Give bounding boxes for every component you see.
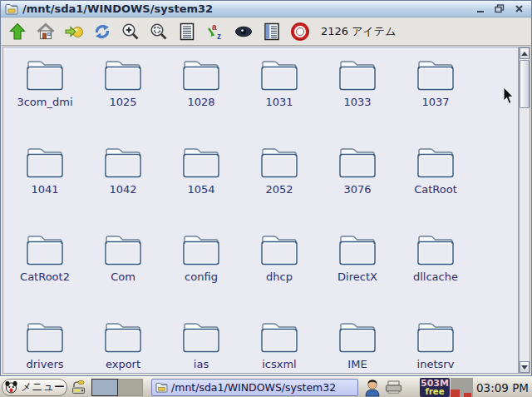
folder-item[interactable]: IME: [318, 315, 397, 374]
free-space-size: 503M: [421, 380, 449, 388]
folder-label: config: [185, 270, 218, 283]
folder-label: CatRoot: [414, 183, 457, 196]
taskbar-clock: 03:09 PM: [474, 377, 530, 397]
folder-label: drivers: [26, 358, 63, 370]
folder-icon: [24, 145, 66, 180]
drives-icon[interactable]: [71, 380, 87, 395]
cpu-load-bar: [464, 393, 471, 397]
folder-item[interactable]: 1054: [162, 140, 240, 227]
scroll-down-button[interactable]: [520, 361, 530, 373]
desktop-pager: [91, 379, 143, 396]
show-hidden-eye-button[interactable]: [233, 21, 254, 42]
restore-icon: [495, 4, 505, 13]
folder-icon: [102, 145, 144, 180]
up-arrow-icon: [7, 22, 27, 42]
minimize-button[interactable]: [475, 4, 486, 14]
help-lifebuoy-button[interactable]: [289, 21, 310, 42]
folder-icon: [24, 57, 66, 92]
folder-label: dllcache: [413, 270, 458, 283]
restore-button[interactable]: [494, 4, 505, 14]
folder-label: inetsrv: [417, 358, 455, 370]
folder-item[interactable]: dllcache: [397, 227, 475, 315]
folder-icon: [259, 320, 300, 355]
folder-icon: [180, 145, 222, 180]
zoom-in-button[interactable]: [120, 21, 140, 42]
folder-item[interactable]: CatRoot: [397, 140, 475, 227]
user-icon[interactable]: [363, 378, 382, 397]
list-view-button[interactable]: [176, 21, 197, 42]
item-count-label: 2126 アイテム: [321, 24, 396, 39]
folder-label: 1041: [31, 183, 58, 196]
show-hidden-eye-icon: [234, 22, 254, 42]
vertical-scrollbar[interactable]: [519, 47, 530, 374]
folder-item[interactable]: 1041: [6, 140, 84, 227]
folder-icon: [415, 320, 456, 355]
home-button[interactable]: [35, 21, 56, 42]
folder-item[interactable]: ias: [162, 315, 240, 374]
folder-item[interactable]: 3com_dmi: [6, 52, 84, 140]
folder-item[interactable]: 3076: [318, 140, 397, 227]
cpu-load-bar: [451, 390, 460, 397]
folder-grid: 3com_dmi10251028103110331037104110421054…: [3, 47, 518, 374]
help-lifebuoy-icon: [290, 22, 310, 42]
folder-icon: [337, 145, 378, 180]
folder-item[interactable]: icsxml: [240, 315, 318, 374]
free-space-word: free: [426, 388, 445, 396]
pager-desktop-2[interactable]: [118, 379, 143, 396]
folder-item[interactable]: dhcp: [240, 227, 318, 315]
printer-icon[interactable]: [385, 380, 402, 394]
folder-item[interactable]: export: [84, 315, 162, 374]
folder-item[interactable]: 1028: [162, 52, 240, 140]
folder-item[interactable]: 1042: [84, 140, 162, 227]
zoom-in-icon: [121, 22, 140, 42]
details-view-button[interactable]: [261, 21, 282, 42]
folder-item[interactable]: CatRoot2: [6, 227, 84, 315]
folder-item[interactable]: drivers: [6, 315, 84, 374]
folder-label: dhcp: [266, 270, 293, 283]
pager-desktop-1[interactable]: [91, 379, 118, 396]
scroll-up-button[interactable]: [520, 47, 530, 59]
folder-label: 1031: [265, 96, 293, 108]
refresh-icon: [92, 22, 112, 42]
folder-item[interactable]: 1037: [397, 52, 475, 140]
scroll-down-icon: [521, 365, 528, 370]
folder-item[interactable]: Com: [84, 227, 162, 315]
folder-label: 1033: [343, 96, 371, 108]
folder-item[interactable]: 1031: [240, 52, 318, 140]
taskbar-task-button[interactable]: /mnt/sda1/WINDOWS/system32: [151, 379, 358, 396]
folder-item[interactable]: inetsrv: [397, 315, 475, 374]
folder-icon: [337, 320, 378, 355]
close-button[interactable]: [513, 4, 525, 14]
folder-icon: [24, 232, 66, 267]
close-icon: [515, 4, 524, 13]
goto-button[interactable]: [63, 21, 84, 42]
folder-icon: [259, 57, 300, 92]
task-label: /mnt/sda1/WINDOWS/system32: [171, 381, 336, 394]
titlebar[interactable]: /mnt/sda1/WINDOWS/system32: [1, 1, 531, 17]
folder-icon: [259, 145, 300, 180]
folder-icon: [259, 232, 300, 267]
folder-icon: [180, 57, 222, 92]
up-arrow-button[interactable]: [7, 21, 27, 42]
details-view-icon: [262, 22, 282, 42]
scroll-up-icon: [521, 52, 528, 56]
task-icon: [155, 382, 168, 393]
folder-item[interactable]: DirectX: [318, 227, 397, 315]
folder-label: ias: [194, 358, 209, 370]
autosize-button[interactable]: [148, 21, 169, 42]
refresh-button[interactable]: [91, 21, 112, 42]
folder-item[interactable]: 1033: [318, 52, 397, 140]
sort-az-button[interactable]: az: [204, 21, 225, 42]
folder-item[interactable]: config: [162, 227, 240, 315]
sort-az-icon: az: [205, 22, 225, 42]
folder-item[interactable]: 2052: [240, 140, 318, 227]
scrollbar-thumb[interactable]: [520, 60, 530, 108]
taskbar: メニュー /mnt/sda1/WINDOWS/system32 503M fre…: [0, 376, 532, 397]
cpu-load-meter: [451, 378, 473, 397]
folder-label: export: [106, 358, 140, 370]
menu-button[interactable]: メニュー: [2, 379, 67, 396]
folder-item[interactable]: 1025: [84, 52, 162, 140]
autosize-icon: [149, 22, 169, 42]
file-view[interactable]: 3com_dmi10251028103110331037104110421054…: [2, 47, 519, 374]
folder-label: DirectX: [337, 270, 377, 283]
